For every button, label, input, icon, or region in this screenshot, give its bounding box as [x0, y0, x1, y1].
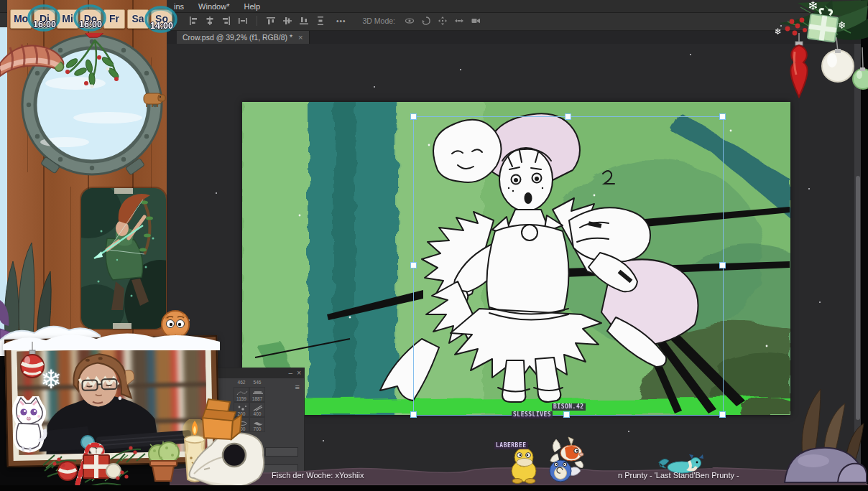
panel-close-button[interactable]: ×: [297, 369, 301, 378]
viewer-tag-bison: BISON.42: [552, 403, 586, 411]
stream-screen: ins Window* Help ••• 3D Mode: Crow.psd: [0, 0, 868, 491]
psyduck-sprite: [504, 445, 549, 484]
transform-handle-tl[interactable]: [410, 113, 417, 120]
align-center-icon[interactable]: [205, 16, 215, 26]
brush-number: 462: [234, 380, 249, 387]
music-ticker-text: n Prunty - 'Last Stand'Ben Prunty -: [618, 471, 739, 480]
transform-handle-bl[interactable]: [410, 411, 417, 418]
schedule-time-do: 16:00: [78, 19, 103, 29]
snow-speck: [323, 440, 324, 441]
transform-handle-bc[interactable]: [563, 411, 570, 418]
snowflake-icon: ❄: [40, 365, 62, 395]
brush-number: 546: [249, 380, 265, 387]
snow-speck: [374, 86, 375, 88]
orbit-3d-icon[interactable]: [405, 16, 415, 26]
transform-handle-tr[interactable]: [719, 113, 726, 120]
three-d-mode-label: 3D Mode:: [363, 17, 396, 25]
wood-grain: [70, 187, 71, 330]
distribute-horizontal-icon[interactable]: [238, 16, 248, 26]
snow-speck: [460, 69, 461, 70]
red-finial-ornament: [790, 45, 807, 97]
white-bauble: [106, 464, 121, 478]
tape-strip: [114, 188, 133, 194]
transform-handle-tc[interactable]: [565, 113, 571, 120]
snow-speck: [819, 301, 821, 303]
brush-cell[interactable]: 1887: [249, 387, 265, 402]
screen-bottom-edge: [0, 485, 868, 491]
goldeen-sprite: [549, 434, 589, 468]
schedule-day-fr: Fr: [103, 9, 125, 29]
camera-3d-icon[interactable]: [471, 16, 481, 26]
christmas-decor-topright: ❄❄❄: [757, 0, 868, 108]
transform-handle-br[interactable]: [719, 411, 726, 418]
snow-speck: [628, 431, 629, 432]
cardboard-box: [197, 396, 244, 441]
document-tab[interactable]: Crow.psd @ 39,2% (f1, RGB/8) * ×: [177, 31, 310, 44]
svg-text:❄: ❄: [808, 0, 818, 13]
menu-item-help[interactable]: Help: [244, 2, 260, 11]
roll-3d-icon[interactable]: [421, 16, 431, 26]
transform-handle-ml[interactable]: [410, 262, 417, 268]
snow-speck: [216, 192, 217, 194]
menu-item-plugins[interactable]: ins: [174, 2, 184, 11]
panel-menu-icon[interactable]: ≡: [295, 383, 300, 391]
align-right-icon[interactable]: [221, 16, 231, 26]
schedule-day-sa: Sa: [127, 9, 149, 29]
white-bauble: [822, 50, 854, 82]
viewer-tag-laberbee: LABERBEE: [494, 442, 528, 449]
tape-strip: [113, 323, 131, 329]
character-art-card: [81, 188, 166, 329]
svg-text:❄: ❄: [775, 27, 782, 37]
align-left-icon[interactable]: [188, 16, 198, 26]
snow-speck: [808, 188, 810, 190]
options-separator: [257, 16, 257, 26]
distribute-vertical-icon[interactable]: [315, 16, 326, 26]
align-middle-icon[interactable]: [282, 16, 292, 26]
schedule-day-mo: Mo: [10, 9, 32, 29]
svg-text:❄: ❄: [838, 19, 846, 31]
document-tab-label: Crow.psd @ 39,2% (f1, RGB/8) *: [183, 33, 292, 42]
cactus-pot: [144, 438, 183, 484]
menu-item-window[interactable]: Window*: [198, 2, 229, 11]
christmas-garland: [42, 431, 151, 490]
slide-3d-icon[interactable]: [454, 16, 464, 26]
snow-speck: [690, 54, 691, 55]
transform-selection-box[interactable]: [413, 116, 724, 416]
schedule-time-so: 14:00: [149, 21, 175, 31]
align-top-icon[interactable]: [266, 16, 276, 26]
fish-of-week-text: Fisch der Woche: xYoshiix: [272, 471, 364, 480]
transform-handle-mr[interactable]: [719, 262, 726, 268]
rocks-and-plant: [783, 382, 868, 485]
panel-minimize-button[interactable]: –: [288, 369, 292, 378]
brush-size-field[interactable]: [265, 447, 298, 457]
pan-3d-icon[interactable]: [438, 16, 448, 26]
viewer-tag-slesslives: SLESSLIVES: [512, 411, 553, 418]
schedule-time-di: 16:00: [32, 19, 57, 29]
tentacle: [0, 37, 72, 80]
options-overflow-button[interactable]: •••: [336, 17, 346, 25]
align-bottom-icon[interactable]: [299, 16, 309, 26]
schedule-day-mi: Mi: [57, 9, 78, 29]
tab-close-icon[interactable]: ×: [298, 33, 303, 42]
brushes-panel-header[interactable]: – ×: [216, 368, 304, 378]
brush-cell[interactable]: 400: [249, 402, 265, 417]
